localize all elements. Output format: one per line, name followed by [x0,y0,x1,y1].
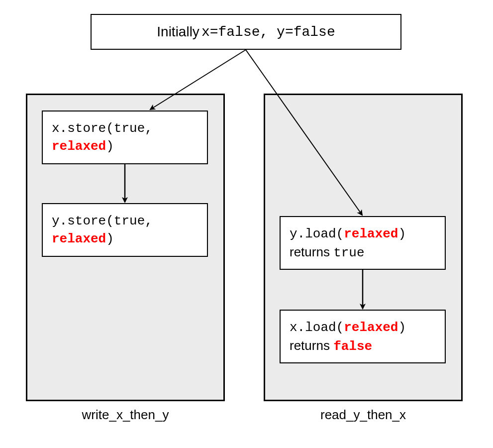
right-op2-line2: returns false [290,336,436,355]
left-op1-relaxed: relaxed [52,139,106,154]
left-op2-line2: relaxed) [52,230,198,248]
left-op2-box: y.store(true, relaxed) [42,203,208,257]
left-op1-paren: ) [106,139,114,154]
left-op1-line1: x.store(true, [52,119,198,137]
right-op1-line1: y.load(relaxed) [290,225,436,243]
right-op2-post: ) [398,320,406,335]
right-op2-returns: returns [290,338,333,353]
left-op2-paren: ) [106,231,114,246]
right-op1-box: y.load(relaxed) returns true [280,216,446,270]
right-op2-relaxed: relaxed [344,320,398,335]
right-op1-relaxed: relaxed [344,226,398,241]
right-op2-pre: x.load( [290,320,344,335]
left-op1-box: x.store(true, relaxed) [42,111,208,164]
right-thread-label: read_y_then_x [264,407,463,423]
right-op1-line2: returns true [290,243,436,262]
left-thread-label: write_x_then_y [26,407,225,423]
initial-code: x=false, y=false [201,24,335,40]
right-op2-val: false [333,339,372,354]
initial-state-box: Initially x=false, y=false [91,14,401,50]
initial-prefix: Initially [157,24,199,40]
right-op1-val: true [333,245,364,260]
left-op2-line1: y.store(true, [52,212,198,230]
left-op1-line2: relaxed) [52,137,198,155]
left-op2-relaxed: relaxed [52,231,106,246]
right-op1-pre: y.load( [290,226,344,241]
right-op1-post: ) [398,226,406,241]
right-op1-returns: returns [290,244,333,259]
right-op2-box: x.load(relaxed) returns false [280,310,446,363]
right-op2-line1: x.load(relaxed) [290,319,436,336]
